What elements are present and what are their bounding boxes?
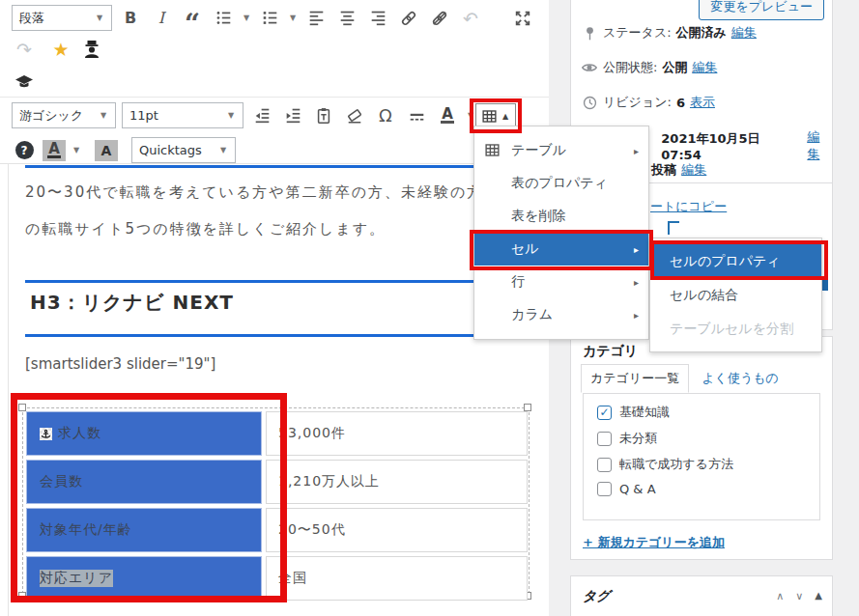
numbered-list-icon [262, 10, 278, 26]
table-header-cell[interactable]: 求人数 [26, 411, 262, 456]
checkbox-unchecked[interactable] [597, 482, 612, 496]
toolbar-row-4: 游ゴシック ▼ 11pt ▼ Ω A ▼ [12, 102, 475, 128]
help-button[interactable]: ? [12, 138, 37, 163]
selection-handle-top-right[interactable] [524, 404, 531, 411]
move-up-icon[interactable]: ∧ [776, 590, 784, 602]
link-button[interactable] [396, 6, 421, 31]
numbered-list-button[interactable] [257, 6, 282, 31]
bullet-list-button[interactable] [211, 6, 236, 31]
type-edit-link[interactable]: 編集 [681, 161, 706, 179]
selection-handle-bottom-left[interactable] [18, 592, 26, 600]
favorite-button[interactable]: ★ [48, 37, 73, 62]
block-format-select[interactable]: 段落 ▼ [12, 5, 112, 31]
move-down-icon[interactable]: ∨ [795, 590, 803, 602]
checkbox-checked[interactable]: ✓ [597, 406, 612, 420]
tab-most-used[interactable]: よく使うもの [702, 371, 779, 385]
checkbox-unchecked[interactable] [597, 432, 612, 446]
slider-shortcode: [smartslider3 slider="19"] [25, 355, 215, 373]
bold-button[interactable]: B [118, 6, 143, 31]
plugin-person-button[interactable] [79, 37, 104, 62]
align-right-button[interactable] [365, 6, 390, 31]
align-left-icon [308, 10, 325, 26]
text-color-caret[interactable]: ▼ [466, 111, 475, 120]
content-divider-line [25, 165, 549, 168]
table-header-cell[interactable]: 対象年代/年齢 [26, 508, 262, 552]
chevron-down-icon: ▼ [226, 111, 236, 120]
table-header-cell[interactable]: 会員数 [26, 460, 262, 504]
chevron-down-icon: ▼ [95, 14, 104, 22]
blockquote-button[interactable]: “ [180, 6, 205, 31]
text-color-button[interactable]: A [435, 103, 460, 128]
menu-item-row[interactable]: 行 ▸ [474, 266, 648, 298]
link-icon [400, 10, 417, 27]
tags-box: タグ ∧ ∨ ▲ [570, 575, 833, 616]
status-edit-link[interactable]: 編集 [731, 24, 757, 42]
category-box: カテゴリ カテゴリー一覧 よく使うもの ✓ 基礎知識 未分類 転職で成功する方法… [570, 336, 833, 560]
selection-handle-top-left[interactable] [18, 404, 26, 411]
tags-box-title: タグ [583, 588, 611, 605]
numbered-list-caret[interactable]: ▼ [288, 14, 298, 22]
align-center-button[interactable] [334, 6, 359, 31]
unlink-button[interactable] [427, 6, 452, 31]
outdent-button[interactable] [249, 103, 274, 128]
category-item: Q & A [597, 482, 819, 496]
styles-button[interactable] [12, 70, 37, 95]
table-header-cell[interactable]: 対応エリア [26, 556, 262, 601]
indent-button[interactable] [280, 103, 305, 128]
table-value-cell[interactable]: 1,210万人以上 [266, 460, 528, 504]
align-left-button[interactable] [303, 6, 329, 31]
menu-item-delete-table[interactable]: 表を削除 [474, 200, 648, 233]
collapse-toggle-icon[interactable]: ▲ [815, 590, 822, 602]
table-value-cell[interactable]: 全国 [266, 556, 528, 601]
star-icon: ★ [52, 39, 69, 60]
copy-row: ートにコピー [650, 198, 727, 215]
submenu-item-cell-properties[interactable]: セルのプロパティ [650, 244, 821, 278]
menu-item-column[interactable]: カラム ▸ [474, 298, 648, 331]
chevron-down-icon: ▼ [99, 111, 108, 120]
cell-submenu: セルのプロパティ セルの結合 テーブルセルを分割 [649, 238, 822, 352]
history-clock-icon [581, 95, 598, 111]
bullet-list-caret[interactable]: ▼ [242, 14, 251, 22]
undo-button[interactable]: ↶ [458, 6, 483, 31]
table-value-cell[interactable]: 20〜50代 [266, 508, 528, 552]
toolbar-row-3 [12, 70, 37, 95]
italic-button[interactable]: I [149, 6, 174, 31]
paragraph-line-2: の転職サイト5つの特徴を詳しくご紹介します。 [25, 220, 386, 238]
editor-content-area[interactable]: 20〜30代で転職を考えている方や第二新卒の方、未経験の方にお の転職サイト5つ… [8, 164, 549, 616]
menu-item-cell[interactable]: セル ▸ [474, 233, 648, 266]
category-tabs: カテゴリー一覧 よく使うもの [581, 364, 779, 393]
clear-formatting-button[interactable] [342, 103, 367, 128]
copy-to-link[interactable]: ートにコピー [650, 198, 727, 215]
h3-top-border [25, 280, 549, 283]
highlight-color-caret[interactable]: ▼ [72, 146, 81, 154]
unlink-icon [431, 10, 448, 27]
preview-changes-button[interactable]: 変更をプレビュー [699, 0, 824, 20]
table-value-cell[interactable]: 53,000件 [266, 411, 528, 456]
quicktags-select[interactable]: Quicktags ▼ [131, 137, 236, 163]
category-item: 転職で成功する方法 [597, 456, 819, 473]
visibility-edit-link[interactable]: 編集 [692, 59, 717, 76]
tab-all-categories[interactable]: カテゴリー一覧 [581, 364, 689, 393]
align-right-icon [370, 10, 387, 26]
font-family-select[interactable]: 游ゴシック ▼ [12, 102, 116, 128]
revisions-view-link[interactable]: 表示 [690, 94, 715, 111]
submenu-item-merge-cells[interactable]: セルの結合 [650, 278, 821, 312]
menu-item-table[interactable]: テーブル ▸ [474, 134, 648, 167]
checkbox-unchecked[interactable] [597, 458, 612, 472]
horizontal-rule-button[interactable] [404, 103, 429, 128]
update-button-edge[interactable] [822, 278, 828, 291]
redo-button[interactable]: ↷ [12, 37, 37, 62]
background-color-button[interactable]: A [95, 140, 118, 161]
caret-up-icon: ▲ [501, 112, 510, 121]
paste-as-text-icon [315, 107, 332, 125]
add-category-link[interactable]: + 新規カテゴリーを追加 [583, 534, 725, 551]
fullscreen-button[interactable] [510, 6, 535, 31]
omega-icon: Ω [379, 105, 392, 126]
date-edit-link[interactable]: 編集 [807, 128, 832, 163]
menu-item-table-properties[interactable]: 表のプロパティ [474, 167, 648, 200]
special-char-button[interactable]: Ω [373, 103, 398, 128]
highlight-color-button[interactable]: A [43, 140, 66, 161]
submenu-arrow-icon: ▸ [634, 277, 639, 288]
paste-as-text-button[interactable] [311, 103, 336, 128]
font-size-select[interactable]: 11pt ▼ [122, 102, 243, 128]
